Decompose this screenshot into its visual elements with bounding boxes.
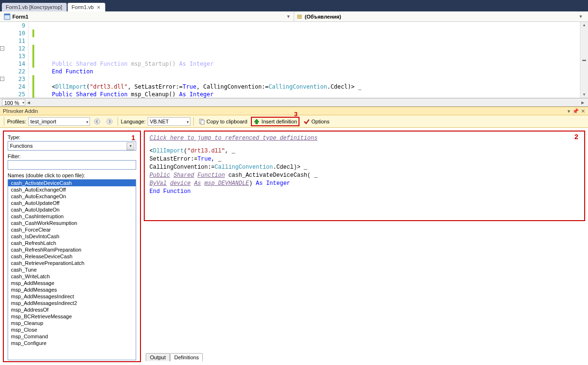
svg-point-5 — [94, 119, 100, 124]
list-item[interactable]: cash_CashInterruption — [8, 213, 136, 220]
list-item[interactable]: cash_WriteLatch — [8, 273, 136, 280]
svg-rect-8 — [201, 120, 204, 124]
arrow-right-icon — [106, 118, 113, 125]
svg-rect-1 — [4, 14, 10, 15]
filter-label: Filter: — [8, 153, 136, 159]
options-button[interactable]: Options — [301, 117, 331, 126]
list-item[interactable]: msp_Cleanup — [8, 320, 136, 326]
check-icon — [303, 118, 310, 125]
list-item[interactable]: msp_Close — [8, 326, 136, 333]
form-icon — [4, 13, 10, 20]
list-item[interactable]: msp_AddressOf — [8, 306, 136, 313]
jump-reference-link[interactable]: Click here to jump to referenced type de… — [149, 135, 318, 142]
svg-rect-3 — [297, 16, 302, 17]
list-item[interactable]: cash_Tune — [8, 266, 136, 273]
annotation-1: 1 — [131, 133, 135, 142]
editor-statusbar: 100 % ◀ ▶ — [0, 98, 588, 107]
annotation-2: 2 — [574, 133, 578, 142]
nav-back-button[interactable] — [92, 117, 102, 126]
list-item[interactable]: cash_IsDevIntoCash — [8, 233, 136, 240]
tab-definitions[interactable]: Definitions — [170, 353, 203, 361]
browser-pane: 1 Type: Functions Filter: Names (double … — [3, 131, 141, 362]
list-item[interactable]: msp_BCRetrieveMessage — [8, 313, 136, 320]
member-navbar: Form1 ▾ (Объявления) ▾ — [0, 11, 588, 22]
svg-rect-2 — [297, 15, 302, 16]
copy-icon — [199, 118, 205, 125]
list-item[interactable]: cash_RefreshLatch — [8, 240, 136, 246]
tab-output[interactable]: Output — [146, 353, 170, 361]
definition-box[interactable]: 2 Click here to jump to referenced type … — [144, 131, 585, 221]
arrow-left-icon — [94, 118, 100, 125]
names-label: Names (double click to open file): — [8, 172, 136, 178]
list-item[interactable]: msp_AddMessages — [8, 286, 136, 293]
list-item[interactable]: cash_RefreshRamPreparation — [8, 246, 136, 253]
declarations-icon — [296, 13, 303, 20]
definition-pane: 2 Click here to jump to referenced type … — [144, 131, 585, 362]
pin-icon[interactable]: 📌 — [572, 108, 579, 114]
list-item[interactable]: cash_AutoUpdateOn — [8, 206, 136, 213]
fold-toggle-icon[interactable]: - — [0, 46, 4, 51]
language-label: Language: — [121, 119, 146, 124]
list-item[interactable]: msp_Command — [8, 333, 136, 340]
profiles-label: Profiles: — [7, 119, 26, 124]
language-select[interactable]: VB.NET — [148, 117, 190, 126]
split-icon[interactable]: ▬ — [580, 58, 588, 62]
svg-rect-4 — [297, 18, 302, 19]
insert-definition-callout: 3 Insert definition — [251, 117, 299, 126]
type-label: Type: — [8, 134, 136, 140]
annotation-3: 3 — [294, 111, 298, 118]
addin-body: 1 Type: Functions Filter: Names (double … — [0, 128, 588, 365]
scroll-right-icon[interactable]: ▶ — [579, 101, 586, 105]
insert-definition-button[interactable]: Insert definition — [253, 118, 297, 125]
chevron-down-icon[interactable]: ▾ — [578, 13, 584, 20]
zoom-selector[interactable]: 100 % — [2, 99, 25, 106]
type-select[interactable]: Functions — [8, 141, 136, 151]
arrow-up-icon — [253, 118, 260, 125]
window-menu-icon[interactable]: ▾ — [568, 108, 570, 114]
class-selector[interactable]: Form1 ▾ — [2, 13, 294, 20]
chevron-down-icon[interactable]: ▾ — [285, 13, 292, 20]
nav-forward-button[interactable] — [104, 117, 115, 126]
filter-input[interactable] — [8, 160, 136, 170]
scroll-up-icon[interactable]: ▲ — [580, 23, 588, 27]
tab-form1-designer[interactable]: Form1.vb [Конструктор] — [2, 3, 67, 11]
document-tabbar: Form1.vb [Конструктор] Form1.vb✕ — [0, 0, 588, 11]
list-item[interactable]: cash_AutoExchangeOn — [8, 193, 136, 200]
profiles-select[interactable]: test_import — [28, 117, 90, 126]
list-item[interactable]: cash_AutoExchangeOff — [8, 186, 136, 193]
addin-toolbar: Profiles: test_import Language: VB.NET C… — [0, 115, 588, 128]
tab-form1-vb[interactable]: Form1.vb✕ — [68, 3, 105, 11]
code-surface[interactable]: Public Shared Function msp_Startup() As … — [29, 22, 580, 98]
line-number-gutter: 9101112131422232425-- — [0, 22, 29, 98]
list-item[interactable]: msp_AddMessage — [8, 280, 136, 286]
member-selector[interactable]: (Объявления) ▾ — [294, 13, 586, 20]
list-item[interactable]: cash_ForceClear — [8, 226, 136, 233]
svg-point-6 — [107, 119, 112, 124]
list-item[interactable]: msp_AddMessagesIndirect2 — [8, 300, 136, 306]
copy-clipboard-button[interactable]: Copy to clipboard — [197, 117, 249, 126]
list-item[interactable]: cash_CashWorkResumption — [8, 220, 136, 226]
names-listbox[interactable]: cash_ActivateDeviceCashcash_AutoExchange… — [8, 179, 136, 360]
code-editor[interactable]: 9101112131422232425-- Public Shared Func… — [0, 22, 588, 98]
list-item[interactable]: cash_RetrievePreparationLatch — [8, 260, 136, 266]
list-item[interactable]: msp_AddMessagesIndirect — [8, 293, 136, 300]
scroll-left-icon[interactable]: ◀ — [25, 101, 32, 105]
list-item[interactable]: cash_AutoUpdateOff — [8, 200, 136, 206]
list-item[interactable]: cash_ReleaseDeviceCash — [8, 253, 136, 260]
vertical-scrollbar[interactable]: ▲ ▬ ▼ — [580, 22, 588, 98]
output-tabbar: Output Definitions — [144, 353, 585, 361]
addin-title-label: PInvoker Addin — [3, 108, 38, 114]
fold-toggle-icon[interactable]: - — [0, 77, 4, 81]
list-item[interactable]: msp_Configure — [8, 340, 136, 346]
close-icon[interactable]: ✕ — [97, 5, 100, 10]
close-icon[interactable]: ✕ — [581, 108, 585, 114]
scroll-down-icon[interactable]: ▼ — [580, 92, 588, 97]
list-item[interactable]: cash_ActivateDeviceCash — [8, 180, 136, 186]
